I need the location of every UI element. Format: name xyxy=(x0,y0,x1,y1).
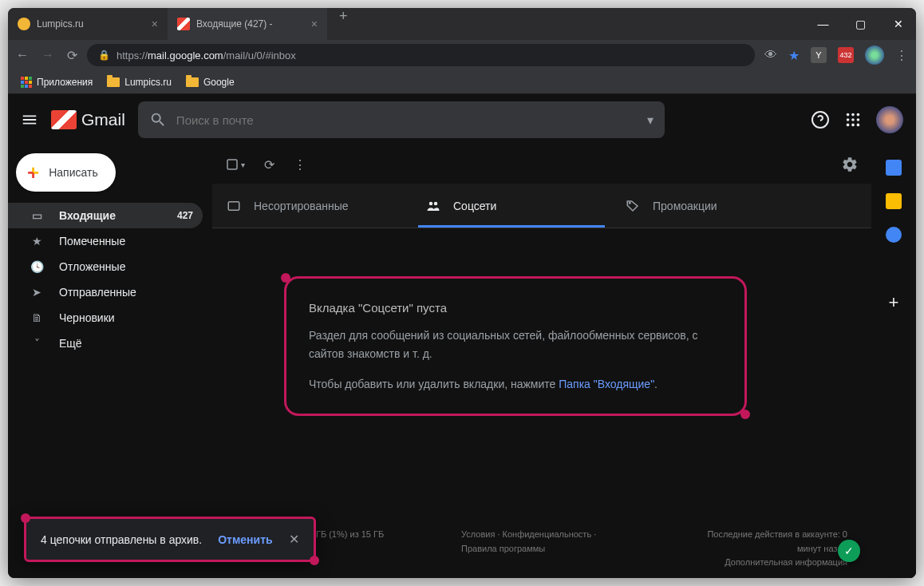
help-icon[interactable] xyxy=(811,110,830,129)
apps-icon xyxy=(21,77,32,88)
gmail-logo-text: Gmail xyxy=(81,110,125,129)
favicon-lumpics xyxy=(18,18,30,30)
svg-point-6 xyxy=(857,118,860,121)
svg-point-4 xyxy=(847,118,850,121)
svg-point-1 xyxy=(847,113,850,117)
calendar-icon[interactable] xyxy=(886,160,902,176)
tasks-icon[interactable] xyxy=(886,227,902,243)
bookmark-folder-google[interactable]: Google xyxy=(186,77,235,88)
sidebar-item-snoozed[interactable]: 🕓 Отложенные xyxy=(8,254,203,279)
details-link[interactable]: Дополнительная информация xyxy=(725,557,847,567)
sidebar-item-starred[interactable]: ★ Помеченные xyxy=(8,228,203,254)
svg-point-3 xyxy=(857,113,860,117)
url-input[interactable]: 🔒 https://mail.google.com/mail/u/0/#inbo… xyxy=(87,44,755,66)
svg-point-9 xyxy=(857,124,860,127)
side-panel: + xyxy=(871,145,916,578)
svg-point-14 xyxy=(630,202,631,204)
browser-titlebar: Lumpics.ru × Входящие (427) - × + — ▢ ✕ xyxy=(8,8,916,40)
sidebar-item-inbox[interactable]: ▭ Входящие 427 xyxy=(8,203,203,228)
primary-icon xyxy=(227,199,241,213)
browser-tab[interactable]: Lumpics.ru × xyxy=(8,8,168,40)
tab-social[interactable]: Соцсети xyxy=(412,184,611,228)
empty-state-box: Вкладка "Соцсети" пуста Раздел для сообщ… xyxy=(284,276,747,416)
bookmark-star-icon[interactable]: ★ xyxy=(788,48,800,63)
search-dropdown-icon[interactable]: ▾ xyxy=(647,113,654,128)
draft-icon: 🗎 xyxy=(29,311,45,324)
search-box[interactable]: ▾ xyxy=(138,101,665,138)
sidebar-item-more[interactable]: ˅ Ещё xyxy=(8,331,203,356)
tag-icon xyxy=(626,199,640,213)
footer-links: Условия · Конфиденциальность · Правила п… xyxy=(461,528,622,570)
window-controls: — ▢ ✕ xyxy=(805,12,916,36)
forward-button[interactable]: → xyxy=(41,48,54,63)
menu-icon[interactable] xyxy=(21,111,38,129)
shield-badge-icon[interactable]: ✓ xyxy=(838,540,860,562)
gmail-logo[interactable]: Gmail xyxy=(51,110,125,129)
bookmarks-bar: Приложения Lumpics.ru Google xyxy=(8,70,916,94)
profile-avatar-icon[interactable] xyxy=(865,46,884,65)
tab-primary[interactable]: Несортированные xyxy=(212,184,412,228)
send-icon: ➤ xyxy=(29,286,45,299)
tab-promotions[interactable]: Промоакции xyxy=(611,184,811,228)
settings-gear-icon[interactable] xyxy=(841,156,859,173)
bookmark-folder-lumpics[interactable]: Lumpics.ru xyxy=(107,77,172,88)
svg-point-13 xyxy=(434,201,438,205)
reload-button[interactable]: ⟳ xyxy=(67,48,77,63)
browser-tabs: Lumpics.ru × Входящие (427) - × + xyxy=(8,8,805,40)
undo-toast: 4 цепочки отправлены в архив. Отменить ✕ xyxy=(24,517,316,562)
search-icon xyxy=(149,111,167,129)
close-icon[interactable]: × xyxy=(152,18,158,30)
chevron-down-icon[interactable]: ▾ xyxy=(241,160,245,169)
refresh-button[interactable]: ⟳ xyxy=(264,157,274,172)
star-icon: ★ xyxy=(29,235,45,247)
svg-rect-10 xyxy=(227,160,237,169)
extension-badge[interactable]: 432 xyxy=(838,47,854,63)
close-icon[interactable]: ✕ xyxy=(289,532,299,547)
browser-tab[interactable]: Входящие (427) - × xyxy=(168,8,327,40)
program-link[interactable]: Правила программы xyxy=(461,544,545,553)
chevron-down-icon: ˅ xyxy=(29,337,45,350)
empty-title: Вкладка "Соцсети" пуста xyxy=(309,298,722,319)
inbox-icon: ▭ xyxy=(29,209,45,222)
empty-cta: Чтобы добавить или удалить вкладки, нажм… xyxy=(309,375,722,394)
more-actions-button[interactable]: ⋮ xyxy=(294,157,306,172)
eye-icon[interactable]: 👁 xyxy=(764,48,777,62)
bookmark-apps[interactable]: Приложения xyxy=(21,77,93,88)
add-addon-button[interactable]: + xyxy=(889,292,899,313)
undo-button[interactable]: Отменить xyxy=(218,533,272,546)
favicon-gmail xyxy=(177,18,190,30)
svg-point-12 xyxy=(429,201,433,205)
mail-toolbar: ▾ ⟳ ⋮ xyxy=(212,145,871,184)
svg-point-2 xyxy=(851,113,855,117)
minimize-button[interactable]: — xyxy=(805,12,841,36)
terms-link[interactable]: Условия xyxy=(461,529,495,539)
account-avatar[interactable] xyxy=(876,106,903,133)
close-icon[interactable]: × xyxy=(311,18,318,30)
empty-body: Раздел для сообщений из социальных сетей… xyxy=(309,327,722,365)
keep-icon[interactable] xyxy=(886,193,902,209)
privacy-link[interactable]: Конфиденциальность xyxy=(503,529,592,539)
inbox-settings-link[interactable]: Папка "Входящие" xyxy=(559,378,654,390)
sidebar-item-drafts[interactable]: 🗎 Черновики xyxy=(8,305,203,331)
gmail-body: + Написать ▭ Входящие 427 ★ Помеченные 🕓… xyxy=(8,145,916,578)
plus-icon: + xyxy=(27,160,39,185)
toast-container: 4 цепочки отправлены в архив. Отменить ✕ xyxy=(24,517,316,562)
extension-y-icon[interactable]: Y xyxy=(811,47,827,63)
gmail-header: Gmail ▾ xyxy=(8,94,916,145)
main-panel: ▾ ⟳ ⋮ Несортированные Соцсети xyxy=(212,145,871,578)
close-button[interactable]: ✕ xyxy=(880,12,916,36)
toast-message: 4 цепочки отправлены в архив. xyxy=(41,533,202,546)
select-all-checkbox[interactable]: ▾ xyxy=(225,157,245,172)
url-text: https://mail.google.com/mail/u/0/#inbox xyxy=(116,49,296,61)
browser-window: Lumpics.ru × Входящие (427) - × + — ▢ ✕ … xyxy=(8,8,916,578)
sidebar-item-sent[interactable]: ➤ Отправленные xyxy=(8,279,203,305)
new-tab-button[interactable]: + xyxy=(327,8,360,40)
apps-grid-icon[interactable] xyxy=(844,111,862,129)
browser-menu-icon[interactable]: ⋮ xyxy=(895,48,908,63)
maximize-button[interactable]: ▢ xyxy=(843,12,879,36)
compose-button[interactable]: + Написать xyxy=(16,153,116,192)
tab-title: Входящие (427) - xyxy=(196,18,273,30)
clock-icon: 🕓 xyxy=(29,260,45,273)
back-button[interactable]: ← xyxy=(16,48,29,63)
search-input[interactable] xyxy=(176,113,638,127)
